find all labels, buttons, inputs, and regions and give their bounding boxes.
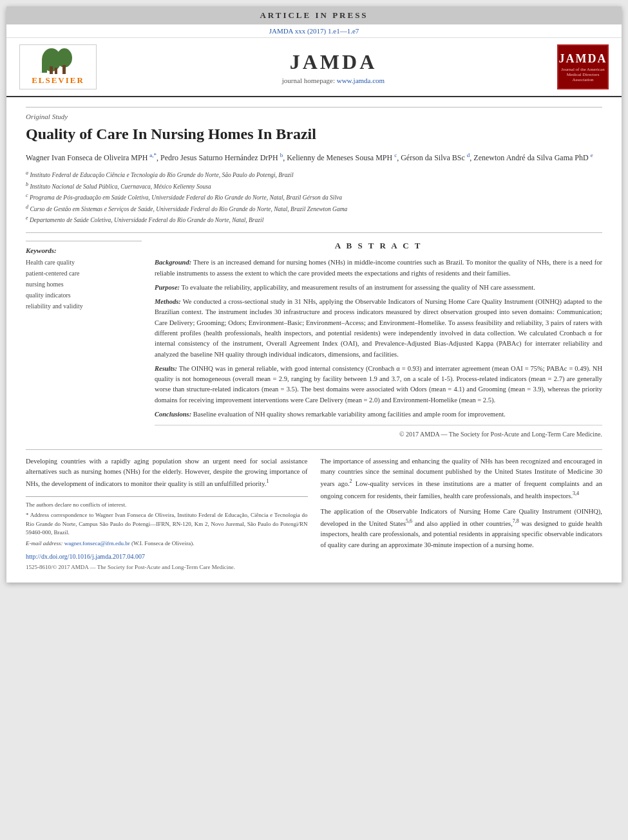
abstract-title: A B S T R A C T — [155, 241, 602, 251]
keyword-4: quality indicators — [26, 290, 142, 301]
main-col-left: Developing countries with a rapidly agin… — [26, 456, 308, 573]
abstract-text: Background: There is an increased demand… — [155, 257, 602, 439]
jamda-logo-subtitle: Journal of the American Medical Director… — [558, 67, 607, 82]
elsevier-logo: ~ ELSEVIER — [19, 44, 97, 89]
affiliation-c: c Programa de Pós-graduação em Saúde Col… — [26, 192, 602, 202]
study-type-label: Original Study — [26, 107, 602, 120]
authors-line: Wagner Ivan Fonseca de Oliveira MPH a,*,… — [26, 151, 602, 164]
email-value[interactable]: wagner.fonseca@ifrn.edu.br — [64, 540, 130, 546]
keyword-3: nursing homes — [26, 279, 142, 290]
main-col-right: The importance of assessing and enhancin… — [321, 456, 603, 573]
jamda-link-bar: JAMDA xxx (2017) 1.e1—1.e7 — [6, 24, 622, 38]
affiliation-b: b Instituto Nacional de Salud Pública, C… — [26, 181, 602, 191]
right-column: A B S T R A C T Background: There is an … — [155, 241, 602, 439]
jamda-logo-text: JAMDA — [559, 52, 607, 66]
homepage-label: journal homepage: — [282, 77, 335, 84]
svg-rect-3 — [50, 66, 53, 74]
main-text-area: Developing countries with a rapidly agin… — [26, 449, 602, 573]
issn-line: 1525-8610/© 2017 AMDA — The Society for … — [26, 564, 235, 570]
svg-rect-4 — [62, 65, 66, 74]
abstract-purpose: Purpose: To evaluate the reliability, ap… — [155, 283, 602, 293]
footnote-section: The authors declare no conflicts of inte… — [26, 496, 308, 548]
email-footnote: E-mail address: wagner.fonseca@ifrn.edu.… — [26, 539, 308, 548]
journal-header: ~ ELSEVIER JAMDA journal homepage: www.j… — [6, 38, 622, 97]
conflict-footnote: The authors declare no conflicts of inte… — [26, 501, 308, 510]
abstract-background: Background: There is an increased demand… — [155, 257, 602, 279]
keyword-5: reliability and validity — [26, 301, 142, 312]
left-column: Keywords: Health care quality patient-ce… — [26, 241, 142, 439]
elsevier-brand-text: ELSEVIER — [32, 75, 84, 86]
main-left-paragraph-1: Developing countries with a rapidly agin… — [26, 456, 308, 490]
abstract-copyright: © 2017 AMDA — The Society for Post-Acute… — [155, 425, 602, 440]
abstract-conclusions: Conclusions: Baseline evaluation of NH q… — [155, 409, 602, 420]
jamda-link-text: JAMDA xxx (2017) 1.e1—1.e7 — [269, 27, 359, 35]
homepage-link[interactable]: www.jamda.com — [337, 77, 385, 84]
email-note: (W.I. Fonseca de Oliveira). — [131, 540, 195, 546]
doi-link[interactable]: http://dx.doi.org/10.1016/j.jamda.2017.0… — [26, 552, 308, 562]
svg-point-2 — [57, 48, 72, 68]
correspondence-footnote: * Address correspondence to Wagner Ivan … — [26, 511, 308, 537]
article-body: Original Study Quality of Care In Nursin… — [6, 97, 622, 583]
main-right-paragraph-2: The application of the Observable Indica… — [321, 507, 603, 551]
svg-rect-5 — [55, 68, 57, 74]
jamda-logo-right: JAMDA Journal of the American Medical Di… — [557, 44, 609, 89]
affiliation-e: e Departamento de Saúde Coletiva, Univer… — [26, 214, 602, 225]
abstract-results: Results: The OINHQ was in general reliab… — [155, 364, 602, 406]
article-title: Quality of Care In Nursing Homes In Braz… — [26, 124, 602, 144]
elsevier-tree-icon: ~ — [39, 48, 77, 74]
svg-text:~: ~ — [40, 71, 42, 74]
page: ARTICLE IN PRESS JAMDA xxx (2017) 1.e1—1… — [6, 6, 622, 583]
email-label: E-mail address: — [26, 540, 62, 546]
journal-name: JAMDA — [109, 50, 557, 74]
journal-homepage: journal homepage: www.jamda.com — [109, 77, 557, 84]
journal-center: JAMDA journal homepage: www.jamda.com — [109, 50, 557, 84]
affiliation-a: a Instituto Federal de Educação Ciência … — [26, 169, 602, 180]
article-in-press-banner: ARTICLE IN PRESS — [6, 6, 622, 24]
keywords-section: Keywords: Health care quality patient-ce… — [26, 241, 142, 312]
affiliation-d: d Curso de Gestão em Sistemas e Serviços… — [26, 203, 602, 214]
content-area: Keywords: Health care quality patient-ce… — [26, 232, 602, 439]
keyword-1: Health care quality — [26, 257, 142, 268]
main-right-paragraph-1: The importance of assessing and enhancin… — [321, 456, 603, 501]
keywords-title: Keywords: — [26, 247, 142, 254]
keyword-2: patient-centered care — [26, 268, 142, 279]
affiliations: a Instituto Federal de Educação Ciência … — [26, 169, 602, 225]
keywords-list: Health care quality patient-centered car… — [26, 257, 142, 312]
banner-text: ARTICLE IN PRESS — [260, 10, 368, 20]
abstract-methods: Methods: We conducted a cross-sectional … — [155, 297, 602, 360]
